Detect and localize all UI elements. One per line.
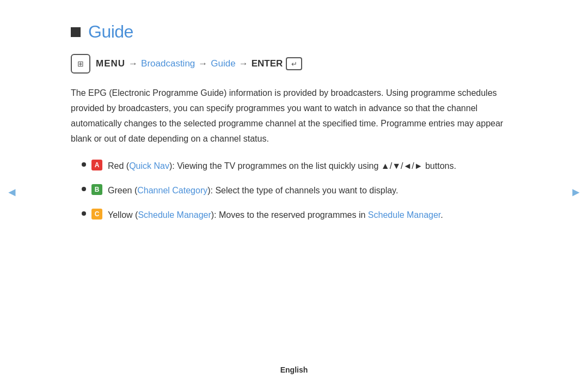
schedule-manager-link-1[interactable]: Schedule Manager: [138, 210, 211, 220]
page-title: Guide: [88, 22, 133, 42]
menu-icon: ⊞: [71, 54, 90, 74]
footer: English: [0, 365, 588, 374]
bullet-suffix-3: .: [440, 210, 443, 220]
description-text: The EPG (Electronic Programme Guide) inf…: [71, 86, 517, 147]
arrow-2: →: [198, 58, 207, 69]
title-square-icon: [71, 27, 81, 37]
badge-green: B: [91, 184, 102, 195]
footer-language: English: [280, 365, 308, 374]
guide-link[interactable]: Guide: [211, 58, 235, 69]
enter-label: ENTER: [252, 58, 283, 69]
bullet-list: A Red (Quick Nav): Viewing the TV progra…: [82, 159, 517, 223]
list-item: C Yellow (Schedule Manager): Moves to th…: [82, 208, 517, 222]
channel-category-link[interactable]: Channel Category: [137, 186, 207, 195]
list-item: A Red (Quick Nav): Viewing the TV progra…: [82, 159, 517, 173]
quick-nav-link[interactable]: Quick Nav: [129, 161, 169, 170]
main-content: Guide ⊞ MENU → Broadcasting → Guide → EN…: [27, 0, 561, 255]
broadcasting-link[interactable]: Broadcasting: [141, 58, 195, 69]
color-name-yellow: Yellow (: [108, 210, 138, 220]
arrow-1: →: [128, 58, 138, 69]
left-arrow-icon: ◄: [6, 185, 18, 199]
enter-icon: ↵: [286, 57, 302, 70]
bullet-desc-1: ): Viewing the TV programmes on the list…: [169, 161, 456, 170]
title-row: Guide: [71, 22, 517, 42]
bullet-content-1: Red (Quick Nav): Viewing the TV programm…: [108, 159, 517, 173]
nav-arrow-left[interactable]: ◄: [5, 181, 19, 203]
menu-label: MENU: [96, 58, 125, 69]
bullet-dot: [82, 187, 86, 191]
bullet-dot: [82, 211, 86, 216]
bullet-content-2: Green (Channel Category): Select the typ…: [108, 183, 517, 198]
list-item: B Green (Channel Category): Select the t…: [82, 183, 517, 198]
color-name-green: Green (: [108, 186, 137, 195]
bullet-desc-3: ): Moves to the reserved programmes in: [211, 210, 368, 220]
bullet-content-3: Yellow (Schedule Manager): Moves to the …: [108, 208, 517, 222]
color-name-red: Red (: [108, 161, 129, 170]
right-arrow-icon: ►: [570, 185, 582, 199]
arrow-3: →: [239, 58, 248, 69]
badge-yellow: C: [91, 209, 102, 220]
menu-path: ⊞ MENU → Broadcasting → Guide → ENTER↵: [71, 54, 517, 74]
bullet-desc-2: ): Select the type of channels you want …: [207, 186, 398, 195]
bullet-dot: [82, 162, 86, 167]
badge-red: A: [91, 160, 102, 170]
nav-arrow-right[interactable]: ►: [569, 181, 583, 203]
schedule-manager-link-2[interactable]: Schedule Manager: [368, 210, 440, 220]
